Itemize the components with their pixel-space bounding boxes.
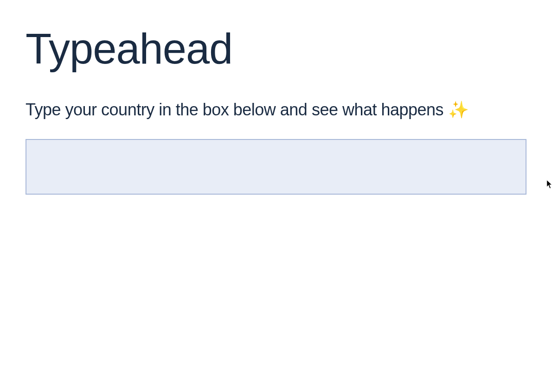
cursor-icon: [546, 180, 552, 189]
page-title: Typeahead: [26, 25, 526, 72]
page-description: Type your country in the box below and s…: [26, 100, 526, 120]
country-input[interactable]: [26, 139, 526, 195]
